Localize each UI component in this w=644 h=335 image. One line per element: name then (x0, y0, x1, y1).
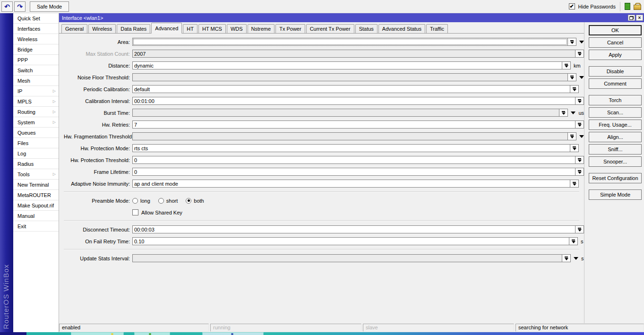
dropdown-toggle-button[interactable] (562, 61, 571, 69)
field-frame-lifetime[interactable]: 0 (132, 168, 575, 176)
sidebar-item-exit[interactable]: Exit (13, 221, 59, 232)
reset-configuration-button[interactable]: Reset Configuration (589, 173, 642, 183)
tab-wireless[interactable]: Wireless (88, 24, 116, 33)
field-hw-fragmentation-threshold[interactable] (132, 132, 568, 140)
field-disconnect-timeout[interactable]: 00:00:03 (132, 225, 575, 233)
dropdown-toggle-button[interactable] (570, 144, 579, 152)
sidebar-item-label: Bridge (17, 47, 56, 52)
dropdown-toggle-button[interactable] (575, 225, 584, 233)
dropdown-toggle-button[interactable] (562, 254, 571, 262)
sidebar-item-log[interactable]: Log (13, 148, 59, 159)
tab-traffic[interactable]: Traffic (426, 24, 448, 33)
dropdown-toggle-button[interactable] (575, 120, 584, 129)
sidebar-item-system[interactable]: System ▷ (13, 117, 59, 128)
disable-button[interactable]: Disable (589, 66, 642, 77)
tab-wds[interactable]: WDS (227, 24, 247, 33)
freq-usage-button[interactable]: Freq. Usage... (589, 120, 642, 130)
sidebar-item-mpls[interactable]: MPLS ▷ (13, 96, 59, 107)
tab-status[interactable]: Status (355, 24, 378, 33)
field-adaptive-noise-immunity[interactable]: ap and client mode (132, 180, 570, 188)
sidebar-item-metarouter[interactable]: MetaROUTER (13, 190, 59, 200)
field-on-fail-retry-time[interactable]: 0.10 (132, 237, 569, 245)
field-area[interactable] (132, 38, 568, 46)
tab-ht-mcs[interactable]: HT MCS (198, 24, 226, 33)
simple-mode-button[interactable]: Simple Mode (589, 189, 642, 200)
scan-button[interactable]: Scan... (589, 107, 642, 118)
torch-button[interactable]: Torch (589, 95, 642, 105)
dropdown-toggle-button[interactable] (575, 156, 584, 164)
sidebar-item-switch[interactable]: Switch (13, 65, 59, 76)
sidebar-item-files[interactable]: Files (13, 138, 59, 148)
tab-nstreme[interactable]: Nstreme (248, 24, 275, 33)
dropdown-bar-icon (572, 240, 575, 241)
field-calibration-interval[interactable]: 00:01:00 (132, 97, 575, 105)
field-label: Frame Lifetime: (64, 169, 132, 175)
snooper-button[interactable]: Snooper... (589, 156, 642, 167)
radio-option-both[interactable]: both (186, 198, 204, 204)
tab-advanced[interactable]: Advanced (151, 23, 182, 34)
combo-arrow-icon[interactable] (579, 41, 584, 43)
combo-arrow-icon[interactable] (579, 76, 584, 79)
close-window-button[interactable]: × (636, 15, 643, 21)
combo-arrow-icon[interactable] (574, 257, 578, 260)
align-button[interactable]: Align... (589, 132, 642, 142)
field-periodic-calibration[interactable]: default (132, 85, 570, 93)
hide-passwords-checkbox[interactable]: ✔ (569, 3, 575, 9)
sidebar-item-queues[interactable]: Queues (13, 128, 59, 138)
sidebar-item-quick-set[interactable]: Quick Set (13, 13, 59, 24)
sidebar-item-bridge[interactable]: Bridge (13, 44, 59, 55)
field-burst-time[interactable] (132, 109, 559, 117)
dropdown-toggle-button[interactable] (570, 180, 579, 188)
field-update-stats-interval[interactable] (132, 254, 562, 262)
dropdown-toggle-button[interactable] (567, 132, 576, 140)
dropdown-toggle-button[interactable] (575, 168, 584, 176)
checkbox-allow-shared-key[interactable] (132, 209, 138, 215)
field-hw-retries[interactable]: 7 (132, 120, 575, 129)
field-hw-protection-mode[interactable]: rts cts (132, 144, 570, 152)
tab-tx-power[interactable]: Tx Power (275, 24, 305, 33)
sidebar-item-make-supout-rif[interactable]: Make Supout.rif (13, 200, 59, 211)
undo-button[interactable]: ↶ (1, 1, 13, 12)
dropdown-toggle-button[interactable] (575, 97, 584, 105)
dropdown-bar-icon (573, 87, 576, 88)
combo-arrow-icon[interactable] (579, 135, 584, 138)
radio-option-long[interactable]: long (132, 198, 150, 204)
sidebar-item-mesh[interactable]: Mesh (13, 76, 59, 86)
field-value: 00:00:03 (134, 227, 155, 232)
tab-data-rates[interactable]: Data Rates (117, 24, 150, 33)
ok-button[interactable]: OK (589, 25, 642, 35)
sniff-button[interactable]: Sniff... (589, 144, 642, 155)
form-row: Noise Floor Threshold: (64, 73, 584, 81)
dropdown-toggle-button[interactable] (567, 38, 576, 46)
tab-general[interactable]: General (61, 24, 87, 33)
sidebar-item-wireless[interactable]: Wireless (13, 34, 59, 44)
restore-window-button[interactable] (628, 15, 635, 21)
radio-option-short[interactable]: short (158, 198, 178, 204)
dropdown-toggle-button[interactable] (570, 85, 579, 93)
field-noise-floor-threshold[interactable] (132, 73, 568, 81)
comment-button[interactable]: Comment (589, 78, 642, 89)
field-max-station-count[interactable]: 2007 (132, 50, 575, 58)
cancel-button[interactable]: Cancel (589, 37, 642, 48)
sidebar-item-tools[interactable]: Tools ▷ (13, 169, 59, 180)
field-distance[interactable]: dynamic (132, 61, 562, 69)
sidebar-item-new-terminal[interactable]: New Terminal (13, 180, 59, 190)
apply-button[interactable]: Apply (589, 50, 642, 60)
dropdown-toggle-button[interactable] (569, 237, 578, 245)
dropdown-toggle-button[interactable] (559, 109, 568, 117)
redo-button[interactable]: ↷ (14, 1, 26, 12)
sidebar-item-manual[interactable]: Manual (13, 211, 59, 221)
sidebar-item-routing[interactable]: Routing ▷ (13, 107, 59, 117)
dropdown-toggle-button[interactable] (567, 73, 576, 81)
combo-arrow-icon[interactable] (571, 112, 575, 114)
sidebar-item-radius[interactable]: Radius (13, 159, 59, 169)
tab-current-tx-power[interactable]: Current Tx Power (306, 24, 354, 33)
tab-ht[interactable]: HT (183, 24, 197, 33)
safe-mode-button[interactable]: Safe Mode (30, 1, 69, 12)
tab-advanced-status[interactable]: Advanced Status (378, 24, 425, 33)
field-hw-protection-threshold[interactable]: 0 (132, 156, 575, 164)
dropdown-toggle-button[interactable] (575, 50, 584, 58)
sidebar-item-interfaces[interactable]: Interfaces (13, 24, 59, 34)
sidebar-item-ip[interactable]: IP ▷ (13, 86, 59, 96)
sidebar-item-ppp[interactable]: PPP (13, 55, 59, 65)
